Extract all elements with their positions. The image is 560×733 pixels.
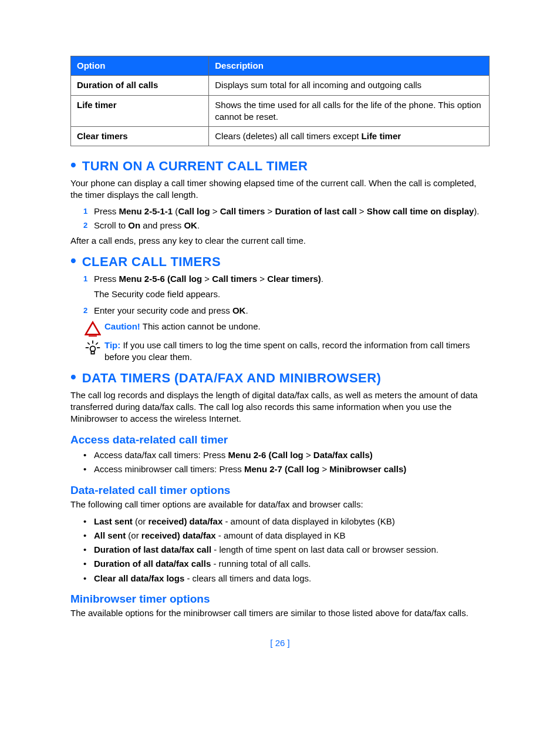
text: Scroll to — [94, 220, 128, 230]
text: Duration of all data/fax calls — [94, 559, 211, 569]
text: Menu 2-6 (Call log — [228, 450, 303, 460]
list-item: Duration of all data/fax calls - running… — [83, 558, 490, 570]
step-number: 2 — [83, 220, 87, 231]
cell-description: Displays sum total for all incoming and … — [209, 76, 490, 95]
text: Menu 2-7 (Call log — [244, 464, 319, 474]
step-note: The Security code field appears. — [94, 288, 490, 300]
cell-description: Shows the time used for all calls for th… — [209, 95, 490, 127]
text: - length of time spent on last data call… — [211, 544, 438, 554]
th-option: Option — [71, 56, 209, 76]
text: Call timers — [212, 274, 257, 284]
after-text: After a call ends, press any key to clea… — [70, 235, 490, 247]
text: Show call time on display — [367, 206, 474, 216]
text: Last sent — [94, 516, 133, 526]
text: Duration of last call — [275, 206, 356, 216]
text: - clears all timers and data logs. — [184, 573, 311, 583]
text: Menu 2-5-1-1 — [119, 206, 173, 216]
text: Data/fax calls) — [313, 450, 373, 460]
section-heading: TURN ON A CURRENT CALL TIMER — [82, 157, 308, 175]
text: . — [197, 220, 200, 230]
text: Enter your security code and press — [94, 305, 232, 315]
tip-note: Tip: If you use call timers to log the t… — [81, 339, 490, 364]
sub-heading: Data-related call timer options — [70, 483, 490, 498]
page-number: [ 26 ] — [70, 637, 490, 649]
table-row: Duration of all calls Displays sum total… — [71, 76, 490, 95]
text: Life timer — [362, 131, 402, 141]
section-heading: CLEAR CALL TIMERS — [82, 253, 221, 271]
caution-icon — [85, 321, 101, 337]
list-item: Access data/fax call timers: Press Menu … — [83, 449, 490, 461]
text: . — [245, 305, 248, 315]
step-number: 1 — [83, 274, 87, 284]
step-item: 1 Press Menu 2-5-6 (Call log > Call time… — [83, 273, 490, 301]
table-row: Clear timers Clears (deletes) all call t… — [71, 127, 490, 146]
intro-text: The following call timer options are ava… — [70, 499, 490, 510]
intro-text: Your phone can display a call timer show… — [70, 177, 490, 201]
text: Duration of last data/fax call — [94, 544, 211, 554]
text: Clear all data/fax logs — [94, 573, 184, 583]
text: - running total of all calls. — [211, 559, 311, 569]
text: Access data/fax call timers: Press — [94, 450, 228, 460]
text: On — [128, 220, 140, 230]
svg-rect-3 — [91, 351, 94, 354]
step-number: 1 — [83, 206, 87, 217]
text: Minibrowser calls) — [329, 464, 406, 474]
caution-text: This action cannot be undone. — [140, 321, 261, 331]
bullet-icon: • — [70, 157, 76, 173]
list-item: Last sent (or received) data/fax - amoun… — [83, 516, 490, 527]
svg-line-5 — [87, 342, 90, 345]
cell-option: Clear timers — [71, 127, 209, 146]
step-item: 1 Press Menu 2-5-1-1 (Call log > Call ti… — [83, 206, 490, 217]
svg-line-6 — [96, 342, 98, 345]
section-heading: DATA TIMERS (DATA/FAX AND MINIBROWSER) — [82, 369, 381, 387]
bullet-icon: • — [70, 369, 76, 385]
bullet-icon: • — [70, 253, 76, 269]
text: OK — [232, 305, 246, 315]
step-number: 2 — [83, 305, 87, 316]
caution-label: Caution! — [104, 321, 140, 331]
text: - amount of data displayed in KB — [216, 530, 346, 540]
text: and press — [140, 220, 184, 230]
options-table: Option Description Duration of all calls… — [70, 56, 490, 146]
text: ). — [474, 206, 479, 216]
list-item: Duration of last data/fax call - length … — [83, 544, 490, 556]
text: received) data/fax — [141, 530, 216, 540]
text: > — [202, 274, 212, 284]
text: All sent — [94, 530, 126, 540]
list-item: Clear all data/fax logs - clears all tim… — [83, 573, 490, 584]
text: > — [303, 450, 313, 460]
th-description: Description — [209, 56, 490, 76]
text: received) data/fax — [149, 516, 223, 526]
list-item: All sent (or received) data/fax - amount… — [83, 530, 490, 542]
text: Press — [94, 274, 119, 284]
svg-point-2 — [90, 346, 96, 351]
cell-description: Clears (deletes) all call timers except … — [209, 127, 490, 146]
text: Clear timers) — [267, 274, 321, 284]
sub-heading: Minibrowser timer options — [70, 591, 490, 607]
text: Access minibrowser call timers: Press — [94, 464, 244, 474]
sub-heading: Access data-related call timer — [70, 432, 490, 448]
text: > — [210, 206, 220, 216]
step-item: 2 Enter your security code and press OK. — [83, 305, 490, 317]
text: > — [265, 206, 275, 216]
text: (or — [126, 530, 141, 540]
text: - amount of data displayed in kilobytes … — [222, 516, 394, 526]
text: . — [321, 274, 323, 284]
tip-icon — [85, 339, 101, 356]
caution-note: Caution! This action cannot be undone. — [81, 321, 490, 337]
body-text: The available options for the minibrowse… — [70, 607, 490, 619]
step-item: 2 Scroll to On and press OK. — [83, 220, 490, 231]
cell-option: Duration of all calls — [71, 76, 209, 95]
text: > — [257, 274, 267, 284]
text: Clears (deletes) all call timers except — [215, 131, 361, 141]
intro-text: The call log records and displays the le… — [70, 389, 490, 425]
svg-marker-0 — [86, 322, 100, 334]
tip-text: If you use call timers to log the time s… — [104, 340, 470, 362]
list-item: Access minibrowser call timers: Press Me… — [83, 463, 490, 475]
table-row: Life timer Shows the time used for all c… — [71, 95, 490, 127]
text: > — [319, 464, 329, 474]
text: Menu 2-5-6 (Call log — [119, 274, 203, 284]
text: > — [357, 206, 367, 216]
text: OK — [184, 220, 197, 230]
text: (or — [133, 516, 149, 526]
